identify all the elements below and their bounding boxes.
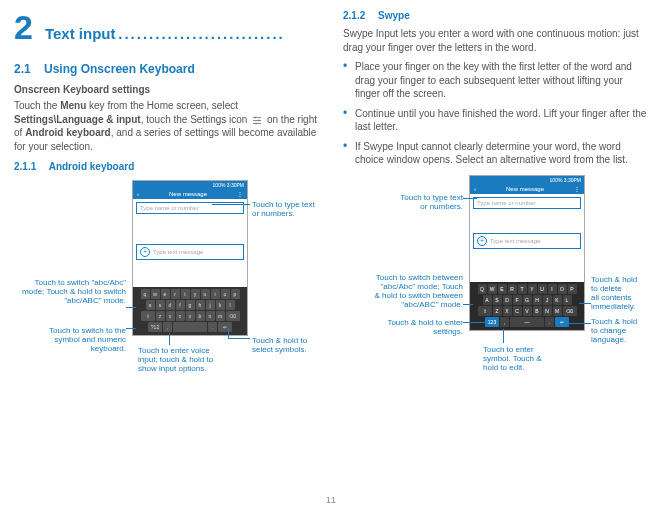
subsection-title: Android keyboard [49, 161, 135, 172]
subsection-num: 2.1.2 [343, 10, 365, 21]
enter-key: ↵ [218, 322, 232, 332]
callout-symbol: Touch to enter symbol. Touch & hold to e… [483, 345, 563, 373]
right-column: 2.1.2 Swype Swype Input lets you enter a… [343, 10, 648, 403]
attach-icon: ⋮ [237, 189, 243, 199]
section-2-1: 2.1 Using Onscreen Keyboard [14, 62, 319, 76]
plus-icon: + [477, 236, 487, 246]
svg-point-3 [254, 116, 256, 118]
subsection-num: 2.1.1 [14, 161, 36, 172]
enter-key: ↵ [555, 317, 569, 327]
space-key: — [510, 317, 544, 327]
android-keyboard-figure: 100% 3:30PM ‹ New message ⋮ Type name or… [14, 178, 319, 398]
section-title: Using Onscreen Keyboard [44, 62, 195, 76]
page-number: 11 [0, 495, 662, 505]
chapter-number: 2 [14, 10, 33, 44]
settings-paragraph: Touch the Menu key from the Home screen,… [14, 99, 319, 153]
kbd-row-3: ⇧ZXCVBNM⌫ [472, 306, 582, 316]
chapter-title: Text input [45, 25, 116, 42]
statusbar: 100% 3:30PM [133, 181, 247, 189]
attach-icon: ⋮ [574, 184, 580, 194]
callout-switch-abc: Touch to switch between "abc/Abc" mode; … [343, 273, 463, 310]
recipient-field: Type name or number [473, 197, 581, 209]
statusbar: 100% 3:30PM [470, 176, 584, 184]
bullet-2: Continue until you have finished the wor… [343, 107, 648, 134]
bullet-3: If Swype Input cannot clearly determine … [343, 140, 648, 167]
phone-mockup: 100% 3:30PM ‹ New message ⋮ Type name or… [469, 175, 585, 331]
swype-intro: Swype Input lets you enter a word with o… [343, 27, 648, 54]
period-key: . [545, 317, 554, 327]
back-icon: ‹ [137, 189, 139, 199]
callout-type-text: Touch to type text or numbers. [252, 200, 322, 218]
kbd-row-2: asdfghjkl [135, 300, 245, 310]
bullet-1: Place your finger on the key with the fi… [343, 60, 648, 101]
titlebar: ‹ New message ⋮ [470, 184, 584, 194]
swype-bullets: Place your finger on the key with the fi… [343, 60, 648, 167]
chapter-title-wrap: Text input ........................... [45, 25, 285, 42]
sliders-icon [252, 115, 262, 125]
callout-settings: Touch & hold to enter settings. [343, 318, 463, 336]
callout-language: Touch & hold to change language. [591, 317, 655, 345]
period-key: . [208, 322, 217, 332]
section-2-1-1: 2.1.1 Android keyboard [14, 161, 319, 172]
kbd-row-2: ASDFGHJKL [472, 295, 582, 305]
swype-figure: 100% 3:30PM ‹ New message ⋮ Type name or… [343, 173, 648, 403]
callout-voice: Touch to enter voice input; touch & hold… [138, 346, 228, 374]
android-keyboard: qwertyuiop asdfghjkl ⇧zxcvbnm⌫ ?12 , . ↵ [133, 287, 247, 335]
callout-switch-abc: Touch to switch "abc/Abc" mode; Touch & … [14, 278, 126, 306]
chapter-dots: ........................... [118, 25, 285, 42]
plus-icon: + [140, 247, 150, 257]
back-icon: ‹ [474, 184, 476, 194]
space-key [173, 322, 207, 332]
page: 2 Text input ...........................… [0, 0, 662, 403]
message-field: +Type text message [136, 244, 244, 260]
section-num: 2.1 [14, 62, 31, 76]
left-column: 2 Text input ...........................… [14, 10, 319, 403]
comma-key: , [500, 317, 509, 327]
sym-key: ?12 [148, 322, 162, 332]
kbd-row-3: ⇧zxcvbnm⌫ [135, 311, 245, 321]
titlebar: ‹ New message ⋮ [133, 189, 247, 199]
svg-point-4 [258, 119, 260, 121]
subsection-title: Swype [378, 10, 410, 21]
callout-delete: Touch & hold to delete all contents imme… [591, 275, 655, 312]
kbd-row-1: QWERTYUIOP [472, 284, 582, 294]
kbd-row-1: qwertyuiop [135, 289, 245, 299]
section-2-1-2: 2.1.2 Swype [343, 10, 648, 21]
callout-type-text: Touch to type text or numbers. [343, 193, 463, 211]
callout-symbol-kbd: Touch to switch to the symbol and numeri… [14, 326, 126, 354]
svg-point-5 [255, 122, 257, 124]
chapter-heading: 2 Text input ........................... [14, 10, 319, 44]
comma-key: , [163, 322, 172, 332]
settings-heading: Onscreen Keyboard settings [14, 84, 319, 95]
message-field: +Type text message [473, 233, 581, 249]
callout-symbols: Touch & hold to select symbols. [252, 336, 322, 354]
